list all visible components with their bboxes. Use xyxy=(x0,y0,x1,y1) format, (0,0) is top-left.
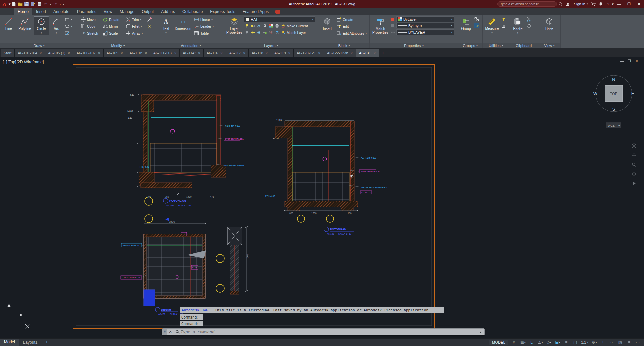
tab-view[interactable]: View xyxy=(100,8,116,15)
measure-flyout-icon[interactable]: ▾ xyxy=(491,31,493,35)
viewport-view-control[interactable]: [Top] xyxy=(8,60,16,64)
leader-button[interactable]: Leader▾ xyxy=(193,23,215,30)
paste-flyout-icon[interactable]: ▾ xyxy=(517,31,518,35)
file-tab-a6-131[interactable]: A6-131× xyxy=(356,49,379,57)
tab-close-icon[interactable]: × xyxy=(220,51,222,55)
file-tab-a6-122-123b[interactable]: A6-122-123b× xyxy=(324,49,356,57)
layer-dropdown-icon[interactable]: ▾ xyxy=(312,18,313,21)
layer-properties-button[interactable]: Layer Properties xyxy=(225,16,243,35)
polyline-button[interactable]: Polyline xyxy=(17,16,33,31)
drawing-close-button[interactable]: ✕ xyxy=(634,59,639,63)
hatch-button[interactable] xyxy=(64,30,76,36)
zoom-icon[interactable] xyxy=(630,160,638,169)
help-icon[interactable]: ? xyxy=(604,0,612,8)
measure-button[interactable]: Measure ▾ xyxy=(484,16,500,35)
text-button[interactable]: A Text ▾ xyxy=(159,16,173,35)
model-paper-space-toggle[interactable]: MODEL xyxy=(489,340,508,345)
group-button[interactable]: Group xyxy=(459,16,473,31)
dimension-button[interactable]: Dimension xyxy=(174,16,192,31)
undo-dropdown-icon[interactable]: ▾ xyxy=(49,3,52,6)
tab-close-icon[interactable]: × xyxy=(174,51,176,55)
ellipse-button[interactable]: ▾ xyxy=(64,23,76,30)
line-button[interactable]: Line xyxy=(1,16,16,31)
show-motion-icon[interactable] xyxy=(630,179,638,188)
annotation-monitor-toggle[interactable]: + xyxy=(600,340,606,345)
snap-mode-toggle[interactable]: ▦▾ xyxy=(520,340,526,345)
connect-icon[interactable] xyxy=(275,10,280,14)
section-drawing-1[interactable]: 700 750 1480 475 +4.50 +4.05 +3.60 FFL+4… xyxy=(126,94,244,207)
table-button[interactable]: Table xyxy=(193,30,215,36)
save-as-button[interactable] xyxy=(30,1,36,7)
layer-on-all-button[interactable] xyxy=(250,30,256,35)
drawing-minimize-button[interactable]: — xyxy=(619,59,625,63)
plan-drawing-3[interactable]: 2400 ST 08 C12 xyxy=(121,215,249,315)
layer-lock-button[interactable] xyxy=(262,23,268,29)
layer-merge-button[interactable] xyxy=(262,30,268,35)
layer-plot-button[interactable] xyxy=(274,23,280,29)
file-tab-a6-101-104[interactable]: A6-101-104× xyxy=(15,49,45,57)
match-properties-button[interactable]: Match Properties xyxy=(371,16,389,35)
layer-dropdown[interactable]: HAT ▾ xyxy=(244,16,315,22)
tab-add-ins[interactable]: Add-ins xyxy=(157,8,179,15)
paste-button[interactable]: Paste ▾ xyxy=(511,16,525,35)
panel-title-utilities[interactable]: Utilities▾ xyxy=(483,43,509,48)
tab-home[interactable]: Home xyxy=(14,8,32,15)
panel-title-properties[interactable]: Properties▾ xyxy=(370,43,458,48)
panel-title-block[interactable]: Block▾ xyxy=(318,43,369,48)
arc-flyout-icon[interactable]: ▾ xyxy=(56,31,57,35)
tab-close-icon[interactable]: × xyxy=(98,51,100,55)
viewport-minimize-control[interactable]: [−] xyxy=(3,60,7,64)
viewcube-north[interactable]: N xyxy=(612,77,615,82)
tab-express-tools[interactable]: Express Tools xyxy=(206,8,239,15)
layer-unlock-button[interactable] xyxy=(244,30,250,35)
circle-flyout-icon[interactable]: ▾ xyxy=(41,31,42,35)
grid-bubble[interactable] xyxy=(216,254,224,263)
file-tab-start[interactable]: Start xyxy=(1,49,15,57)
edit-attributes-button[interactable]: AEdit Attributes▾ xyxy=(335,30,368,36)
drawing-canvas[interactable]: 700 750 1480 475 +4.50 +4.05 +3.60 FFL+4… xyxy=(0,57,644,338)
quick-calculator-icon[interactable] xyxy=(501,23,506,28)
maximize-button[interactable]: ❐ xyxy=(624,0,634,8)
file-tab-a6-111-113[interactable]: A6-111-113× xyxy=(150,49,180,57)
file-tab-a6-106-107[interactable]: A6-106-107× xyxy=(73,49,104,57)
file-tab-a6-109[interactable]: A6-109× xyxy=(104,49,127,57)
cut-icon[interactable] xyxy=(526,16,531,22)
move-button[interactable]: Move xyxy=(80,16,101,23)
isolate-objects-control[interactable]: ○ xyxy=(609,340,614,345)
copy-button[interactable]: Copy xyxy=(80,23,101,30)
erase-button[interactable] xyxy=(146,16,153,23)
wcs-dropdown-icon[interactable]: ▾ xyxy=(618,124,620,127)
grid-display-toggle[interactable]: # xyxy=(511,340,517,345)
layer-isolate-button[interactable] xyxy=(250,23,256,29)
grid-bubble[interactable] xyxy=(216,284,224,292)
arc-button[interactable]: Arc ▾ xyxy=(50,16,63,35)
insert-block-button[interactable]: Insert xyxy=(320,16,335,31)
search-icon[interactable] xyxy=(557,0,564,8)
panel-title-layers[interactable]: Layers▾ xyxy=(224,43,318,48)
scale-button[interactable]: Scale xyxy=(102,30,124,36)
tab-insert[interactable]: Insert xyxy=(32,8,50,15)
help-search-input[interactable] xyxy=(497,1,557,7)
grid-bubble[interactable] xyxy=(145,197,153,205)
open-button[interactable] xyxy=(17,1,23,7)
grid-bubble[interactable] xyxy=(326,215,334,222)
command-input[interactable] xyxy=(181,330,477,334)
circle-button[interactable]: Circle ▾ xyxy=(34,16,49,35)
transparency-icon[interactable] xyxy=(390,23,396,28)
tab-close-icon[interactable]: × xyxy=(266,51,268,55)
file-tab-a6-118[interactable]: A6-118× xyxy=(249,49,271,57)
minimize-button[interactable]: — xyxy=(614,0,624,8)
tab-annotate[interactable]: Annotate xyxy=(50,8,73,15)
layer-delete-button[interactable] xyxy=(268,30,274,35)
tab-close-icon[interactable]: × xyxy=(121,51,123,55)
panel-title-view[interactable]: View▾ xyxy=(538,43,560,48)
copy-clip-icon[interactable] xyxy=(526,23,531,28)
layer-thaw-button[interactable] xyxy=(256,30,262,35)
annotation-scale-control[interactable]: 1:1▾ xyxy=(581,340,588,344)
rectangle-button[interactable]: ▾ xyxy=(64,16,76,23)
tab-manage[interactable]: Manage xyxy=(116,8,138,15)
section-drawing-2[interactable]: 650 1700 150 +4.50 +4.00 FFL+4.00 CALL A… xyxy=(265,119,387,235)
sign-in-button[interactable]: Sign In▾ xyxy=(572,2,590,6)
rotate-button[interactable]: Rotate xyxy=(102,16,124,23)
object-color-icon[interactable] xyxy=(390,16,396,22)
